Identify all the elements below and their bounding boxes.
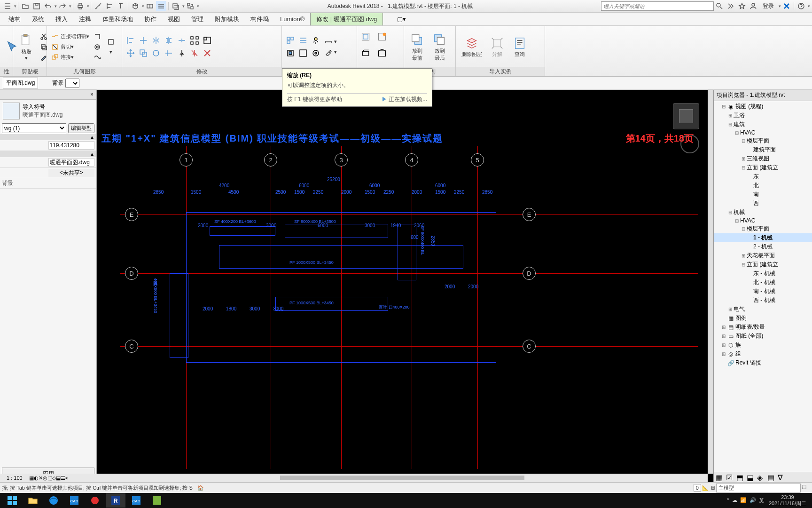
scale-display[interactable]: 1 : 100 [0,475,29,481]
user-icon[interactable] [748,1,758,11]
explode-button[interactable]: 分解 [487,34,508,60]
tree-item[interactable]: ⊟建筑 [714,120,812,129]
view3[interactable] [310,35,321,46]
tab-component[interactable]: 构件坞 [245,13,274,25]
browser-tree[interactable]: ⊟◉视图 (规程)⊞卫浴⊟建筑⊟HVAC⊟楼层平面建筑平面⊞三维视图⊟立面 (建… [714,101,812,482]
tray-up-icon[interactable]: ^ [727,497,729,504]
tree-item[interactable]: 北 [714,181,812,190]
open-icon[interactable] [20,1,31,11]
hammer-tool[interactable]: ▾ [323,48,338,57]
mirror-pick-tool[interactable] [150,35,162,46]
tab-modify[interactable]: 修改 | 暖通平面图.dwg [310,13,383,25]
text-icon[interactable] [116,1,126,11]
cut-button[interactable]: 剪切 ▾ [50,42,90,52]
measure-icon[interactable] [93,1,103,11]
cad2-icon[interactable]: CAD [126,493,146,508]
taskbar-clock[interactable]: 23:39 2021/11/16/周二 [769,494,810,507]
keys-icon[interactable] [726,1,736,11]
tab-insert[interactable]: 插入 [50,13,73,25]
qa4-icon[interactable]: ⬓ [747,473,755,482]
vb8-icon[interactable]: ☰ [61,475,65,481]
edge-icon[interactable] [44,493,63,508]
tree-item[interactable]: 南 - 机械 [714,287,812,296]
exchange-icon[interactable] [781,1,792,11]
dim-tool[interactable]: ▾ [323,37,338,47]
delete-tool[interactable] [202,48,213,59]
record-icon[interactable] [85,493,105,508]
status-model[interactable]: 主模型 [716,484,801,492]
view6[interactable] [310,48,321,59]
undo-icon[interactable] [43,1,53,11]
trim-tool[interactable] [163,48,174,59]
view4[interactable] [285,48,296,59]
close-inactive-icon[interactable] [171,1,181,11]
vb1-icon[interactable]: ▦ [29,475,34,481]
qa1-icon[interactable]: ▦ [716,473,724,482]
align-tool[interactable] [125,35,136,46]
vb6-icon[interactable]: ◇ [52,475,56,481]
tree-item[interactable]: ⊟楼层平面 [714,136,812,145]
tab-structure[interactable]: 结构 [3,13,26,25]
tree-item[interactable]: ⊟HVAC [714,129,812,136]
qa6-icon[interactable]: ▤ [767,473,776,482]
vb5-icon[interactable]: ⬚ [47,475,52,481]
drawing-canvas[interactable]: — □ ✕ 五期 "1+X" 建筑信息模型 (BIM) 职业技能等级考试——初级… [97,90,713,482]
tree-item[interactable]: ⊞三维视图 [714,154,812,163]
vb3-icon[interactable]: ✕ [39,475,43,481]
geo5-icon[interactable]: ▾ [106,48,117,57]
create2[interactable] [376,31,388,42]
tree-item[interactable]: 南 [714,190,812,199]
login-link[interactable]: 登录 [763,2,774,10]
tree-item[interactable]: ⊞电气 [714,305,812,314]
tab-massing[interactable]: 体量和场地 [97,13,139,25]
mirror-draw-tool[interactable] [163,35,174,46]
help-icon[interactable] [796,1,806,11]
tray-cloud-icon[interactable]: ☁ [732,497,737,504]
panel-toggle-icon[interactable]: ▢▾ [397,16,406,23]
tree-item[interactable]: ⊞▤明细表/数量 [714,323,812,332]
geo2-icon[interactable] [92,42,104,52]
file-chip[interactable]: 平面图.dwg [3,78,38,88]
vb2-icon[interactable]: ◐ [34,475,39,481]
geo4-icon[interactable] [106,37,117,47]
view5[interactable] [297,48,309,59]
qa7-icon[interactable]: ∇ [778,473,786,482]
tree-item[interactable]: ⊞⬡族 [714,341,812,349]
tree-item[interactable]: 🔗Revit 链接 [714,358,812,367]
scale-tool[interactable] [202,35,213,46]
tray-ime[interactable]: 英 [759,497,764,504]
send-back-button[interactable]: 放到 最后 [429,31,450,64]
view1[interactable] [285,35,296,46]
canvas-hscroll[interactable] [97,474,708,482]
print-icon[interactable] [75,1,86,11]
view-cube[interactable] [673,103,699,129]
bg-select[interactable] [65,79,79,88]
tab-lumion[interactable]: Lumion® [274,14,310,24]
tree-item[interactable]: 西 [714,199,812,208]
paste-button[interactable]: 粘贴▾ [16,31,37,63]
tree-item[interactable]: 建筑平面 [714,145,812,154]
geo1-icon[interactable] [92,32,104,41]
qa5-icon[interactable]: ◈ [757,473,765,482]
cope-button[interactable]: 连接端切割 ▾ [50,32,90,41]
bring-front-button[interactable]: 放到 最前 [407,31,428,64]
tree-item[interactable]: 东 - 机械 [714,269,812,278]
tab-systems[interactable]: 系统 [26,13,50,25]
pin-tool[interactable] [176,48,187,59]
tab-collaborate[interactable]: 协作 [139,13,162,25]
section-icon[interactable] [145,1,155,11]
tab-annotate[interactable]: 注释 [73,13,97,25]
revit-icon[interactable]: R [106,493,125,508]
3d-icon[interactable] [130,1,141,11]
vb7-icon[interactable]: ⬓ [56,475,61,481]
tree-item[interactable]: 1 - 机械 [714,233,812,242]
align-icon[interactable] [104,1,115,11]
tab-manage[interactable]: 管理 [186,13,209,25]
create4[interactable] [376,48,388,59]
tree-item[interactable]: ⊟机械 [714,208,812,217]
split-tool[interactable] [176,35,187,46]
s-icon-1[interactable]: ⬚ [802,484,810,492]
tab-view[interactable]: 视图 [162,13,186,25]
array-tool[interactable] [189,35,200,46]
delete-layer-button[interactable]: 删除图层 [459,34,485,60]
